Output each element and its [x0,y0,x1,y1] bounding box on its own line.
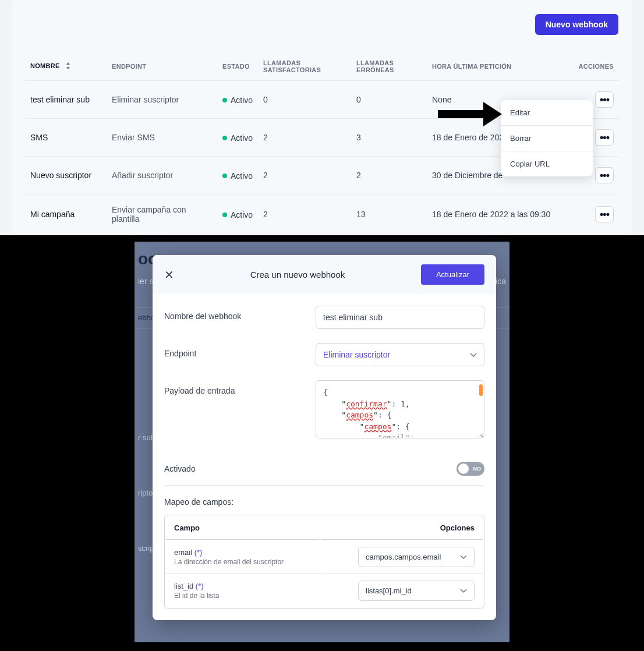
cell-last: 18 de Enero de 2022 a las 09:30 [427,194,566,235]
col-last[interactable]: HORA ÚLTIMA PETICIÓN [427,52,566,81]
mapping-table: Campo Opciones email (*)La dirección de … [164,515,484,608]
dots-icon: ••• [600,170,609,181]
edit-webhook-modal: ✕ Crea un nuevo webhook Actualizar Nombr… [153,255,496,620]
col-actions: ACCIONES [566,52,618,81]
more-actions-button[interactable]: ••• [595,167,614,183]
more-actions-button[interactable]: ••• [595,91,614,108]
status-dot-icon [222,98,227,102]
cell-success: 2 [259,157,352,194]
dropdown-copy-url[interactable]: Copiar URL [501,151,593,176]
webhook-name-input[interactable] [316,306,484,329]
endpoint-select-value: Eliminar suscriptor [323,350,390,359]
modal-title: Crea un nuevo webhook [250,270,345,279]
update-button[interactable]: Actualizar [421,264,484,285]
label-enabled: Activado [164,464,316,473]
cell-success: 2 [259,119,352,157]
payload-textarea[interactable]: { "confirmar": 1, "campos": { "campos": … [316,380,484,438]
label-mapping: Mapeo de campos: [164,497,484,507]
mapping-col-field: Campo [166,516,320,540]
cell-name: SMS [26,119,107,157]
mapping-option: campos.campos.email [321,541,483,574]
mapping-field: list_id (*)El id de la lista [166,575,320,607]
scrollbar[interactable] [479,384,483,396]
col-success[interactable]: LLAMADAS SATISFACTORIAS [259,52,352,81]
cell-endpoint: Añadir suscriptor [107,157,218,194]
cell-errors: 0 [352,81,427,119]
cell-errors: 13 [352,194,427,235]
status-dot-icon [222,174,227,178]
cell-success: 2 [259,194,352,235]
more-actions-button[interactable]: ••• [595,206,614,222]
cell-name: test eliminar sub [26,81,107,119]
form-row-enabled: Activado NO [164,452,484,486]
cell-actions: ••• [566,194,618,235]
new-webhook-button[interactable]: Nuevo webhook [535,14,618,35]
cell-status: Activo [218,119,259,157]
svg-rect-0 [438,110,484,118]
mapping-select[interactable]: listas[0].mi_id [358,581,475,601]
col-name[interactable]: NOMBRE [26,52,107,81]
dots-icon: ••• [600,209,609,220]
table-row: Mi campañaEnviar campaña con plantillaAc… [26,194,618,235]
chevron-down-icon [460,553,467,561]
cell-status: Activo [218,157,259,194]
status-dot-icon [222,213,227,217]
mapping-option: listas[0].mi_id [321,575,483,607]
close-icon[interactable]: ✕ [164,268,174,282]
col-status[interactable]: ESTADO [218,52,259,81]
row-actions-dropdown: Editar Borrar Copiar URL [501,100,593,176]
cell-endpoint: Enviar SMS [107,119,218,157]
toolbar: Nuevo webhook [26,14,618,35]
form-row-name: Nombre del webhook [164,306,484,329]
chevron-down-icon [460,586,467,595]
arrow-annotation [438,102,502,129]
label-endpoint: Endpoint [164,343,316,358]
status-dot-icon [222,136,227,140]
cell-name: Mi campaña [26,194,107,235]
label-payload: Payload de entrada [164,380,316,395]
enabled-toggle[interactable]: NO [457,462,484,476]
modal-screenshot: oo ier s edica ebhoo r sub riptor script… [0,235,644,651]
background-app: oo ier s edica ebhoo r sub riptor script… [135,242,509,642]
col-endpoint[interactable]: ENDPOINT [107,52,218,81]
cell-name: Nuevo suscriptor [26,157,107,194]
toggle-knob [458,464,469,474]
endpoint-select[interactable]: Eliminar suscriptor [316,343,484,366]
cell-success: 0 [259,81,352,119]
label-name: Nombre del webhook [164,306,316,321]
dots-icon: ••• [600,132,609,143]
sort-icon [65,62,71,70]
more-actions-button[interactable]: ••• [595,129,614,146]
cell-status: Activo [218,81,259,119]
col-errors[interactable]: LLAMADAS ERRÓNEAS [352,52,427,81]
form-row-endpoint: Endpoint Eliminar suscriptor [164,343,484,366]
modal-header: ✕ Crea un nuevo webhook Actualizar [153,255,496,294]
form-row-payload: Payload de entrada { "confirmar": 1, "ca… [164,380,484,438]
chevron-down-icon [470,350,477,359]
mapping-row: list_id (*)El id de la listalistas[0].mi… [166,575,483,607]
cell-errors: 2 [352,157,427,194]
modal-body: Nombre del webhook Endpoint Eliminar sus… [153,294,496,620]
mapping-col-options: Opciones [321,516,483,540]
col-name-label: NOMBRE [30,62,60,69]
dropdown-edit[interactable]: Editar [501,100,593,126]
cell-errors: 3 [352,119,427,157]
mapping-select[interactable]: campos.campos.email [358,547,475,567]
webhooks-list-view: Nuevo webhook NOMBRE ENDPOINT ESTADO LLA… [0,0,644,235]
cell-endpoint: Enviar campaña con plantilla [107,194,218,235]
mapping-row: email (*)La dirección de email del suscr… [166,541,483,574]
mapping-field: email (*)La dirección de email del suscr… [166,541,320,574]
cell-status: Activo [218,194,259,235]
toggle-text: NO [473,466,482,472]
dropdown-delete[interactable]: Borrar [501,126,593,151]
cell-endpoint: Eliminar suscriptor [107,81,218,119]
dots-icon: ••• [600,94,609,105]
